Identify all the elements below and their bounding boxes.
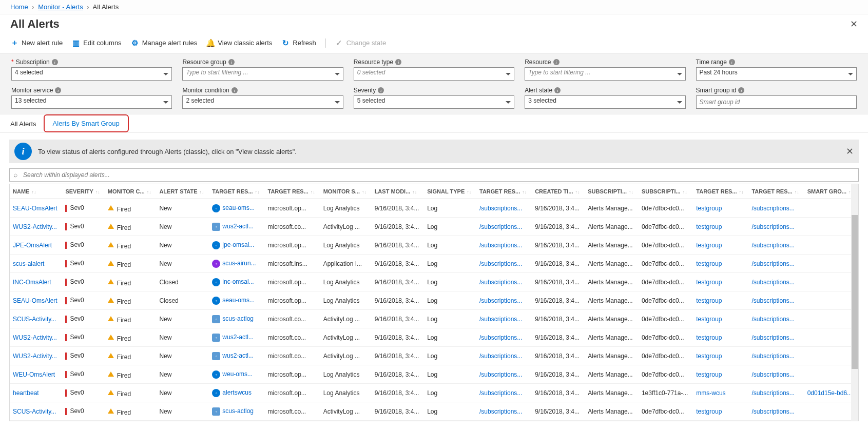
column-header[interactable]: TARGET RES...↑↓ xyxy=(748,184,804,199)
table-row[interactable]: SEAU-OmsAlertSev0FiredClosed◦seau-oms...… xyxy=(10,291,858,310)
resource-group-link[interactable]: testgroup xyxy=(693,218,748,236)
column-header[interactable]: SUBSCRIPTI...↑↓ xyxy=(639,184,693,199)
target-scope-link[interactable]: /subscriptions... xyxy=(748,291,804,310)
alert-name-link[interactable]: JPE-OmsAlert xyxy=(10,236,62,255)
target-resource-link[interactable]: ◦seau-oms... xyxy=(209,291,264,310)
alert-name-link[interactable]: SCUS-Activity... xyxy=(10,402,62,421)
column-header[interactable]: ALERT STATE↑↓ xyxy=(156,184,209,199)
target-scope-link[interactable]: /subscriptions... xyxy=(748,384,804,402)
target-scope-link[interactable]: /subscriptions... xyxy=(748,236,804,255)
info-icon[interactable]: i xyxy=(52,59,58,65)
target-scope-link[interactable]: /subscriptions... xyxy=(748,365,804,384)
target-resource-link[interactable]: ◦alertswcus xyxy=(209,384,264,402)
manage-rules-button[interactable]: ⚙Manage alert rules xyxy=(131,38,198,48)
table-row[interactable]: SCUS-Activity...Sev0FiredNew◦scus-actlog… xyxy=(10,402,858,421)
scope-link[interactable]: /subscriptions... xyxy=(476,199,532,218)
resource-group-link[interactable]: testgroup xyxy=(693,347,748,365)
monitor-condition-dropdown[interactable]: 2 selected xyxy=(182,95,343,109)
view-classic-button[interactable]: 🔔View classic alerts xyxy=(206,38,272,48)
target-resource-link[interactable]: ◦weu-oms... xyxy=(209,365,264,384)
scope-link[interactable]: /subscriptions... xyxy=(476,218,532,236)
target-resource-link[interactable]: ◦scus-airun... xyxy=(209,255,264,273)
column-header[interactable]: LAST MODI...↑↓ xyxy=(372,184,424,199)
column-header[interactable]: NAME↑↓ xyxy=(10,184,62,199)
target-scope-link[interactable]: /subscriptions... xyxy=(748,199,804,218)
scope-link[interactable]: /subscriptions... xyxy=(476,273,532,291)
column-header[interactable]: SIGNAL TYPE↑↓ xyxy=(424,184,476,199)
scope-link[interactable]: /subscriptions... xyxy=(476,402,532,421)
column-header[interactable]: TARGET RES...↑↓ xyxy=(209,184,264,199)
new-alert-rule-button[interactable]: ＋New alert rule xyxy=(10,38,63,48)
smart-group-input[interactable] xyxy=(696,95,857,109)
table-row[interactable]: SCUS-Activity...Sev0FiredNew◦scus-actlog… xyxy=(10,310,858,328)
table-row[interactable]: SEAU-OmsAlertSev0FiredNew◦seau-oms...mic… xyxy=(10,199,858,218)
info-icon[interactable]: i xyxy=(729,59,735,65)
search-input[interactable] xyxy=(9,168,859,182)
target-resource-link[interactable]: ◦wus2-actl... xyxy=(209,347,264,365)
target-resource-link[interactable]: ◦jpe-omsal... xyxy=(209,236,264,255)
resource-group-link[interactable]: mms-wcus xyxy=(693,384,748,402)
target-resource-link[interactable]: ◦wus2-actl... xyxy=(209,218,264,236)
smart-group-link[interactable] xyxy=(804,347,858,365)
scrollbar[interactable] xyxy=(851,184,858,421)
alert-name-link[interactable]: SEAU-OmsAlert xyxy=(10,199,62,218)
smart-group-link[interactable] xyxy=(804,365,858,384)
table-row[interactable]: scus-aialertSev0FiredNew◦scus-airun...mi… xyxy=(10,255,858,273)
target-resource-link[interactable]: ◦inc-omsal... xyxy=(209,273,264,291)
resource-group-link[interactable]: testgroup xyxy=(693,402,748,421)
column-header[interactable]: SMART GRO...↑↓ xyxy=(804,184,858,199)
table-row[interactable]: WUS2-Activity...Sev0FiredNew◦wus2-actl..… xyxy=(10,347,858,365)
refresh-button[interactable]: ↻Refresh xyxy=(281,38,316,48)
info-icon[interactable]: i xyxy=(395,59,401,65)
column-header[interactable]: TARGET RES...↑↓ xyxy=(265,184,320,199)
target-scope-link[interactable]: /subscriptions... xyxy=(748,402,804,421)
alert-name-link[interactable]: scus-aialert xyxy=(10,255,62,273)
target-resource-link[interactable]: ◦scus-actlog xyxy=(209,310,264,328)
smart-group-link[interactable] xyxy=(804,218,858,236)
smart-group-link[interactable] xyxy=(804,291,858,310)
smart-group-link[interactable] xyxy=(804,310,858,328)
column-header[interactable]: MONITOR C...↑↓ xyxy=(105,184,157,199)
scope-link[interactable]: /subscriptions... xyxy=(476,365,532,384)
breadcrumb-monitor[interactable]: Monitor - Alerts xyxy=(38,3,83,11)
scope-link[interactable]: /subscriptions... xyxy=(476,384,532,402)
column-header[interactable]: CREATED TI...↑↓ xyxy=(532,184,585,199)
tab-all-alerts[interactable]: All Alerts xyxy=(3,115,44,132)
info-icon[interactable]: i xyxy=(553,59,560,65)
table-row[interactable]: WUS2-Activity...Sev0FiredNew◦wus2-actl..… xyxy=(10,218,858,236)
close-icon[interactable]: ✕ xyxy=(850,18,858,30)
tab-smart-group[interactable]: Alerts By Smart Group xyxy=(44,114,129,132)
resource-group-link[interactable]: testgroup xyxy=(693,328,748,347)
alert-name-link[interactable]: heartbeat xyxy=(10,384,62,402)
alert-name-link[interactable]: WUS2-Activity... xyxy=(10,218,62,236)
target-resource-link[interactable]: ◦wus2-actl... xyxy=(209,328,264,347)
table-row[interactable]: INC-OmsAlertSev0FiredClosed◦inc-omsal...… xyxy=(10,273,858,291)
smart-group-link[interactable] xyxy=(804,199,858,218)
scope-link[interactable]: /subscriptions... xyxy=(476,236,532,255)
scope-link[interactable]: /subscriptions... xyxy=(476,328,532,347)
alert-name-link[interactable]: INC-OmsAlert xyxy=(10,273,62,291)
alert-name-link[interactable]: WEU-OmsAlert xyxy=(10,365,62,384)
smart-group-link[interactable] xyxy=(804,402,858,421)
info-icon[interactable]: i xyxy=(554,87,561,93)
alert-name-link[interactable]: WUS2-Activity... xyxy=(10,328,62,347)
smart-group-link[interactable]: 0d01d15e-bd6... xyxy=(804,384,858,402)
alert-name-link[interactable]: SCUS-Activity... xyxy=(10,310,62,328)
alert-state-dropdown[interactable]: 3 selected xyxy=(525,95,685,109)
info-icon[interactable]: i xyxy=(738,87,744,93)
smart-group-link[interactable] xyxy=(804,236,858,255)
table-row[interactable]: WUS2-Activity...Sev0FiredNew◦wus2-actl..… xyxy=(10,328,858,347)
resource-group-link[interactable]: testgroup xyxy=(693,291,748,310)
column-header[interactable]: TARGET RES...↑↓ xyxy=(476,184,532,199)
dismiss-icon[interactable]: ✕ xyxy=(846,146,854,157)
resource-group-link[interactable]: testgroup xyxy=(693,236,748,255)
resource-group-dropdown[interactable]: Type to start filtering ... xyxy=(182,67,343,81)
target-scope-link[interactable]: /subscriptions... xyxy=(748,218,804,236)
severity-dropdown[interactable]: 5 selected xyxy=(354,95,514,109)
alert-name-link[interactable]: WUS2-Activity... xyxy=(10,347,62,365)
monitor-service-dropdown[interactable]: 13 selected xyxy=(11,95,172,109)
smart-group-link[interactable] xyxy=(804,255,858,273)
column-header[interactable]: MONITOR S...↑↓ xyxy=(320,184,372,199)
alert-name-link[interactable]: SEAU-OmsAlert xyxy=(10,291,62,310)
target-scope-link[interactable]: /subscriptions... xyxy=(748,310,804,328)
